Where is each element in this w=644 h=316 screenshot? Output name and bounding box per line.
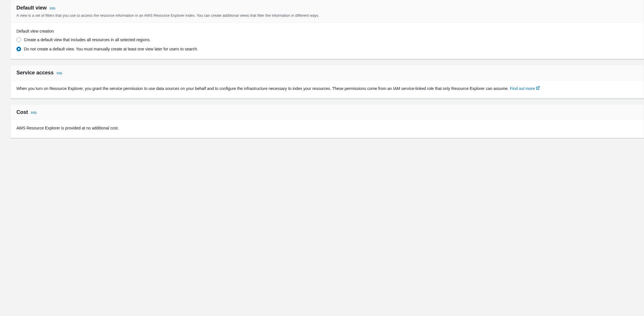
- default-view-header: Default view Info A view is a set of fil…: [11, 0, 644, 23]
- default-view-panel: Default view Info A view is a set of fil…: [10, 0, 644, 59]
- default-view-title: Default view: [16, 5, 47, 11]
- radio-option-create-default[interactable]: Create a default view that includes all …: [16, 37, 638, 43]
- cost-info-link[interactable]: Info: [31, 111, 37, 115]
- default-view-radio-group: Create a default view that includes all …: [16, 37, 638, 52]
- cost-body: AWS Resource Explorer is provided at no …: [11, 120, 644, 138]
- service-access-title: Service access: [16, 70, 54, 76]
- radio-label: Do not create a default view. You must m…: [24, 46, 198, 52]
- radio-icon: [16, 37, 21, 42]
- service-access-panel: Service access Info When you turn on Res…: [10, 65, 644, 99]
- default-view-creation-label: Default view creation: [16, 28, 638, 34]
- radio-icon: [16, 47, 21, 51]
- service-access-text: When you turn on Resource Explorer, you …: [16, 85, 638, 92]
- default-view-description: A view is a set of filters that you use …: [16, 13, 638, 18]
- service-access-body-text: When you turn on Resource Explorer, you …: [16, 86, 510, 91]
- default-view-info-link[interactable]: Info: [50, 6, 55, 10]
- find-out-more-text: Find out more: [510, 86, 535, 91]
- service-access-info-link[interactable]: Info: [57, 71, 62, 75]
- cost-title: Cost: [16, 109, 28, 115]
- radio-option-no-default[interactable]: Do not create a default view. You must m…: [16, 46, 638, 52]
- radio-label: Create a default view that includes all …: [24, 37, 151, 43]
- service-access-body: When you turn on Resource Explorer, you …: [11, 80, 644, 98]
- cost-panel: Cost Info AWS Resource Explorer is provi…: [10, 104, 644, 138]
- cost-body-text: AWS Resource Explorer is provided at no …: [16, 125, 638, 131]
- external-link-icon: [536, 85, 540, 92]
- default-view-body: Default view creation Create a default v…: [11, 23, 644, 59]
- service-access-header: Service access Info: [11, 65, 644, 80]
- find-out-more-link[interactable]: Find out more: [510, 86, 540, 91]
- cost-header: Cost Info: [11, 105, 644, 120]
